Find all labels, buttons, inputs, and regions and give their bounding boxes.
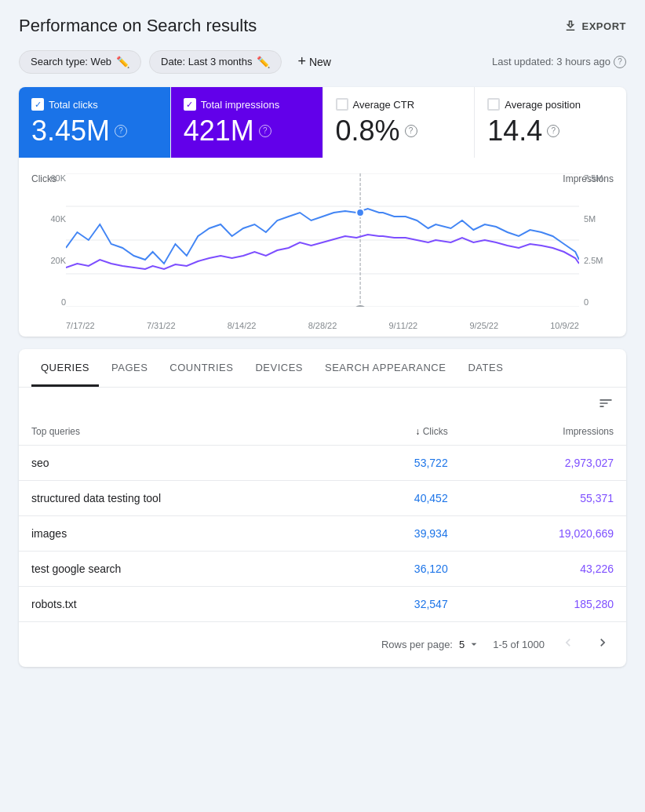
impressions-cell: 43,226 [461,551,626,586]
table-card: QUERIES PAGES COUNTRIES DEVICES SEARCH A… [19,349,626,667]
total-impressions-checkbox[interactable]: ✓ [184,98,196,111]
query-cell: test google search [19,551,339,586]
rows-per-page-select[interactable]: 5 [459,638,480,650]
col-query-header: Top queries [19,418,339,446]
pagination: Rows per page: 5 1-5 of 1000 [19,621,626,667]
page-info: 1-5 of 1000 [493,639,545,650]
plus-icon: + [297,53,306,70]
tab-devices[interactable]: DEVICES [246,349,312,387]
clicks-cell: 39,934 [339,515,461,551]
col-impressions-header[interactable]: Impressions [461,418,626,446]
impressions-cell: 185,280 [461,586,626,621]
query-cell: images [19,515,339,551]
checkmark-icon: ✓ [186,100,193,110]
total-clicks-label: Total clicks [49,99,98,111]
chart-container: Clicks Impressions 60K 40K 20K 0 7.5M 5M… [31,173,614,330]
table-row: images 39,934 19,020,669 [19,515,626,551]
sort-down-icon: ↓ [415,426,420,437]
table-row: seo 53,722 2,973,027 [19,445,626,480]
total-impressions-value: 421M [184,115,254,147]
svg-point-6 [356,209,364,217]
average-ctr-tile[interactable]: Average CTR 0.8% ? [323,87,476,158]
next-page-button[interactable] [592,632,614,657]
query-cell: robots.txt [19,586,339,621]
filters-bar: Search type: Web ✏️ Date: Last 3 months … [0,49,645,87]
checkmark-icon: ✓ [35,100,42,110]
tab-countries[interactable]: COUNTRIES [160,349,242,387]
average-ctr-checkbox[interactable] [336,98,348,111]
col-clicks-header[interactable]: ↓ Clicks [339,418,461,446]
clicks-cell: 32,547 [339,586,461,621]
line-chart-svg: 1 [66,173,579,307]
new-button[interactable]: + New [290,49,339,75]
tabs: QUERIES PAGES COUNTRIES DEVICES SEARCH A… [19,349,626,388]
query-cell: seo [19,445,339,480]
chart-svg: 1 [66,173,579,307]
edit-icon: ✏️ [116,56,129,68]
average-position-tile[interactable]: Average position 14.4 ? [475,87,626,158]
total-clicks-value: 3.45M [31,115,110,147]
average-ctr-label: Average CTR [353,99,415,111]
page-header: Performance on Search results EXPORT [0,0,645,49]
average-position-label: Average position [505,99,581,111]
table-body: seo 53,722 2,973,027 structured data tes… [19,445,626,621]
export-button[interactable]: EXPORT [563,19,626,33]
total-impressions-label: Total impressions [201,99,279,111]
chevron-down-icon [468,638,480,650]
help-icon[interactable]: ? [259,125,271,137]
table-row: robots.txt 32,547 185,280 [19,586,626,621]
help-icon[interactable]: ? [115,125,127,137]
clicks-cell: 53,722 [339,445,461,480]
impressions-cell: 55,371 [461,480,626,515]
total-clicks-tile[interactable]: ✓ Total clicks 3.45M ? [19,87,171,158]
last-updated: Last updated: 3 hours ago ? [492,56,626,68]
impressions-cell: 2,973,027 [461,445,626,480]
metrics-row: ✓ Total clicks 3.45M ? ✓ Total impressio… [19,87,626,158]
impressions-cell: 19,020,669 [461,515,626,551]
average-ctr-value: 0.8% [336,115,400,147]
chevron-left-icon [560,635,576,650]
clicks-cell: 40,452 [339,480,461,515]
prev-page-button[interactable] [557,632,579,657]
query-cell: structured data testing tool [19,480,339,515]
download-icon [563,19,578,33]
help-icon[interactable]: ? [614,56,626,68]
tab-pages[interactable]: PAGES [102,349,157,387]
average-position-checkbox[interactable] [487,98,500,111]
table-toolbar [19,388,626,418]
y-axis-right: 7.5M 5M 2.5M 0 [579,173,614,307]
table-row: test google search 36,120 43,226 [19,551,626,586]
clicks-cell: 36,120 [339,551,461,586]
metrics-card: ✓ Total clicks 3.45M ? ✓ Total impressio… [19,87,626,337]
tab-search-appearance[interactable]: SEARCH APPEARANCE [315,349,455,387]
total-impressions-tile[interactable]: ✓ Total impressions 421M ? [171,87,323,158]
queries-table: Top queries ↓ Clicks Impressions seo 53,… [19,418,626,621]
table-header: Top queries ↓ Clicks Impressions [19,418,626,446]
edit-icon: ✏️ [257,56,270,68]
date-filter[interactable]: Date: Last 3 months ✏️ [149,50,282,74]
search-type-filter[interactable]: Search type: Web ✏️ [19,50,141,74]
chevron-right-icon [595,635,610,650]
page-title: Performance on Search results [19,16,257,36]
help-icon[interactable]: ? [405,125,417,137]
chart-area: Clicks Impressions 60K 40K 20K 0 7.5M 5M… [19,158,626,337]
filter-rows-button[interactable] [598,395,614,415]
tab-dates[interactable]: DATES [458,349,512,387]
help-icon[interactable]: ? [547,125,559,137]
x-axis-labels: 7/17/22 7/31/22 8/14/22 8/28/22 9/11/22 … [66,311,579,330]
y-axis-left: 60K 40K 20K 0 [31,173,66,307]
average-position-value: 14.4 [487,115,542,147]
filter-icon [598,395,614,411]
tab-queries[interactable]: QUERIES [31,349,99,387]
rows-per-page: Rows per page: 5 [381,638,480,650]
total-clicks-checkbox[interactable]: ✓ [31,98,44,111]
table-row: structured data testing tool 40,452 55,3… [19,480,626,515]
